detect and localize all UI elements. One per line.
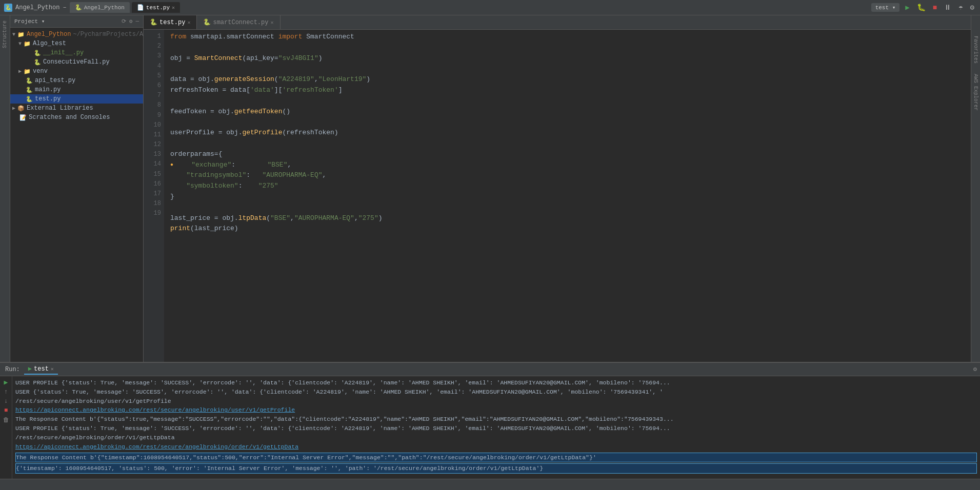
top-tab-angel[interactable]: 🐍 Angel_Python [70,2,130,13]
top-tab-bar: 🐍 Angel_Python 📄 test.py ✕ [70,2,180,13]
code-editor: 1 2 3 4 5 6 7 8 9 10 11 12 13 14 15 16 1… [144,30,971,362]
tree-consecutive-fall[interactable]: 🐍 ConsecutiveFall.py [10,57,143,67]
console-line-5: The Response Content b'{"status":true,"m… [15,416,674,422]
console-line-7: /rest/secure/angelbroking/order/v1/getLt… [15,434,175,441]
console-link-getltpdata[interactable]: https://apiconnect.angelbroking.com/rest… [15,443,298,450]
favorites-tab[interactable]: Favorites [973,36,978,64]
console-body: ▶ ↑ ↓ ■ 🗑 USER PROFILE {'status': True, … [0,376,980,479]
code-line-8: feedToken = obj.getfeedToken() [170,107,971,117]
structure-tab[interactable]: Structure [1,17,9,51]
console-link-getprofile[interactable]: https://apiconnect.angelbroking.com/rest… [15,406,295,413]
gear-icon[interactable]: ⚙ [129,18,133,25]
coverage-icon[interactable]: ☂ [957,3,964,12]
run-label: Run: [3,365,22,374]
code-line-10: userProfile = obj.getProfile(refreshToke… [170,128,971,138]
editor-tab-test-close[interactable]: ✕ [187,19,190,26]
console-line-3: /rest/secure/angelbroking/user/v1/getPro… [15,398,171,404]
code-line-13: "exchange": "BSE", [170,160,971,171]
code-line-14: "tradingsymbol": "AUROPHARMA-EQ", [170,170,971,181]
console-line-1: USER PROFILE {'status': True, 'message':… [15,379,670,386]
console-tab-close[interactable]: ✕ [51,366,54,372]
project-header-left: Project ▾ [14,18,45,25]
code-line-7 [170,96,971,107]
console-run-tab[interactable]: ▶ test ✕ [24,364,58,375]
code-line-12: orderparams={ [170,149,971,160]
code-line-19: print(last_price) [170,223,971,234]
main-area: Structure Project ▾ ⟳ ⚙ — ▼ 📁 Angel_Pyth… [0,15,980,362]
code-line-6: refreshToken = data['data']['refreshToke… [170,85,971,96]
console-link-2[interactable]: https://apiconnect.angelbroking.com/rest… [15,443,298,450]
title-bar-right: test ▾ ▶ 🐛 ■ ⏸ ☂ ⚙ [871,3,976,12]
run-config-selector[interactable]: test ▾ [871,3,900,12]
code-content[interactable]: from smartapi.smartConnect import SmartC… [164,30,971,362]
console-highlighted-1: The Response Content b'{"timestamp":1608… [15,453,977,463]
tree-root[interactable]: ▼ 📁 Angel_Python ~/PycharmProjects/A [10,30,143,39]
sync-icon[interactable]: ⟳ [122,18,126,25]
tree-main[interactable]: 🐍 main.py [10,85,143,94]
top-tab-close[interactable]: ✕ [172,5,175,11]
file-tree: ▼ 📁 Angel_Python ~/PycharmProjects/A ▼ 📁… [10,28,143,362]
project-icon: 🐍 [4,4,12,12]
code-line-17 [170,202,971,213]
debug-icon[interactable]: 🐛 [915,3,927,12]
code-line-3: obj = SmartConnect(api_key="svJ4BGI1") [170,53,971,64]
editor-area: 🐍 test.py ✕ 🐍 smartConnect.py ✕ 1 2 3 4 … [144,15,971,362]
tree-api-test[interactable]: 🐍 api_test.py [10,76,143,85]
console-link-1[interactable]: https://apiconnect.angelbroking.com/rest… [15,406,295,413]
clear-console-icon[interactable]: 🗑 [3,416,9,424]
code-line-4 [170,64,971,74]
tree-init[interactable]: 🐍 __init__.py [10,48,143,57]
editor-tab-test[interactable]: 🐍 test.py ✕ [144,15,197,29]
project-title: Angel_Python [15,4,59,11]
top-tab-test[interactable]: 📄 test.py ✕ [132,2,180,13]
scroll-up-icon[interactable]: ↑ [4,389,8,396]
code-line-9 [170,117,971,128]
project-panel: Project ▾ ⟳ ⚙ — ▼ 📁 Angel_Python ~/Pycha… [10,15,144,362]
left-sidebar: Structure [0,15,10,362]
console-header-right: ⚙ [973,365,977,373]
run-icon[interactable]: ▶ [904,3,911,12]
code-line-2 [170,43,971,53]
restart-icon[interactable]: ▶ [4,378,8,386]
code-line-11 [170,138,971,149]
console-output[interactable]: USER PROFILE {'status': True, 'message':… [12,376,980,479]
editor-tab-smartconnect-close[interactable]: ✕ [270,19,273,26]
tree-scratches[interactable]: 📝 Scratches and Consoles [10,113,143,122]
stop-console-icon[interactable]: ■ [4,407,8,414]
suspend-icon[interactable]: ⏸ [943,4,953,12]
stop-icon[interactable]: ■ [931,4,938,12]
editor-tab-smartconnect[interactable]: 🐍 smartConnect.py ✕ [197,15,280,29]
far-right-tabs: Favorites AWS Explorer [971,15,980,362]
console-toolbar: ▶ ↑ ↓ ■ 🗑 [0,376,12,479]
code-line-18: last_price = obj.ltpData("BSE","AUROPHAR… [170,213,971,224]
tree-algo-test[interactable]: ▼ 📁 Algo_test [10,39,143,48]
console-tabs: Run: ▶ test ✕ ⚙ [0,363,980,376]
code-line-16: } [170,192,971,202]
project-header: Project ▾ ⟳ ⚙ — [10,15,143,28]
console-highlighted-2: {'timestamp': 1608954640517, 'status': 5… [15,463,977,474]
tree-venv[interactable]: ▶ 📁 venv [10,67,143,76]
bottom-area: Run: ▶ test ✕ ⚙ ▶ ↑ ↓ ■ 🗑 USER PROFILE {… [0,362,980,490]
aws-explorer-tab[interactable]: AWS Explorer [973,74,978,111]
line-numbers: 1 2 3 4 5 6 7 8 9 10 11 12 13 14 15 16 1… [144,30,164,362]
editor-tabs: 🐍 test.py ✕ 🐍 smartConnect.py ✕ [144,15,971,30]
code-line-1: from smartapi.smartConnect import SmartC… [170,32,971,43]
project-header-label: Project ▾ [14,18,45,25]
minimize-icon[interactable]: — [135,18,139,25]
console-line-2: USER {'status': True, 'message': 'SUCCES… [15,389,663,395]
title-bar-left: 🐍 Angel_Python – 🐍 Angel_Python 📄 test.p… [4,2,867,13]
bottom-status-bar [0,479,980,490]
tree-test[interactable]: 🐍 test.py [10,94,143,104]
settings-icon[interactable]: ⚙ [969,3,976,12]
console-line-6: USER PROFILE {'status': True, 'message':… [15,425,670,432]
scroll-down-icon[interactable]: ↓ [4,398,8,405]
console-settings-icon[interactable]: ⚙ [973,365,977,373]
code-line-15: "symboltoken": "275" [170,181,971,192]
tree-external-libs[interactable]: ▶ 📦 External Libraries [10,104,143,113]
project-header-actions: ⟳ ⚙ — [122,18,139,25]
title-bar: 🐍 Angel_Python – 🐍 Angel_Python 📄 test.p… [0,0,980,15]
code-line-5: data = obj.generateSession("A224819","Le… [170,74,971,85]
file-title: – [63,4,66,11]
